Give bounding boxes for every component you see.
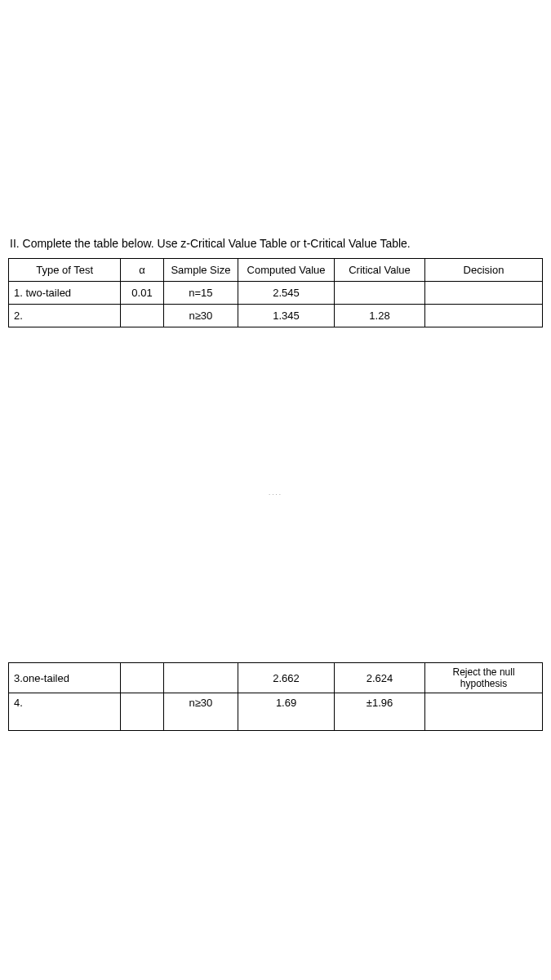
table-row: 3.one-tailed 2.662 2.624 Reject the null… <box>9 663 543 693</box>
page-gap: ···· <box>8 327 543 662</box>
cell-critical: 1.28 <box>334 305 424 327</box>
cell-alpha <box>121 663 163 693</box>
header-sample-size: Sample Size <box>163 259 238 282</box>
cell-computed: 2.662 <box>238 663 335 693</box>
cell-sample: n≥30 <box>163 693 238 731</box>
table-row: 4. n≥30 1.69 ±1.96 <box>9 693 543 731</box>
table-header-row: Type of Test α Sample Size Computed Valu… <box>9 259 543 282</box>
header-critical-value: Critical Value <box>334 259 424 282</box>
cell-computed: 2.545 <box>238 282 335 305</box>
instruction-text: II. Complete the table below. Use z-Crit… <box>8 237 543 250</box>
cell-alpha: 0.01 <box>121 282 163 305</box>
cell-sample: n=15 <box>163 282 238 305</box>
cell-decision: Reject the null hypothesis <box>425 663 543 693</box>
cell-decision <box>425 305 543 327</box>
cell-type: 4. <box>9 693 121 731</box>
critical-value-table-top: Type of Test α Sample Size Computed Valu… <box>8 258 543 327</box>
cell-type: 1. two-tailed <box>9 282 121 305</box>
cell-computed: 1.345 <box>238 305 335 327</box>
cell-decision <box>425 282 543 305</box>
header-type-of-test: Type of Test <box>9 259 121 282</box>
cell-type: 3.one-tailed <box>9 663 121 693</box>
cell-sample <box>163 663 238 693</box>
page-break-hint: ···· <box>8 327 543 498</box>
cell-alpha <box>121 693 163 731</box>
document-page: II. Complete the table below. Use z-Crit… <box>0 0 551 980</box>
table-row: 2. n≥30 1.345 1.28 <box>9 305 543 327</box>
cell-critical <box>334 282 424 305</box>
cell-critical: 2.624 <box>334 663 424 693</box>
header-computed-value: Computed Value <box>238 259 335 282</box>
header-alpha: α <box>121 259 163 282</box>
critical-value-table-bottom: 3.one-tailed 2.662 2.624 Reject the null… <box>8 662 543 731</box>
cell-decision <box>425 693 543 731</box>
cell-critical: ±1.96 <box>334 693 424 731</box>
cell-type: 2. <box>9 305 121 327</box>
cell-alpha <box>121 305 163 327</box>
header-decision: Decision <box>425 259 543 282</box>
table-row: 1. two-tailed 0.01 n=15 2.545 <box>9 282 543 305</box>
cell-sample: n≥30 <box>163 305 238 327</box>
cell-computed: 1.69 <box>238 693 335 731</box>
